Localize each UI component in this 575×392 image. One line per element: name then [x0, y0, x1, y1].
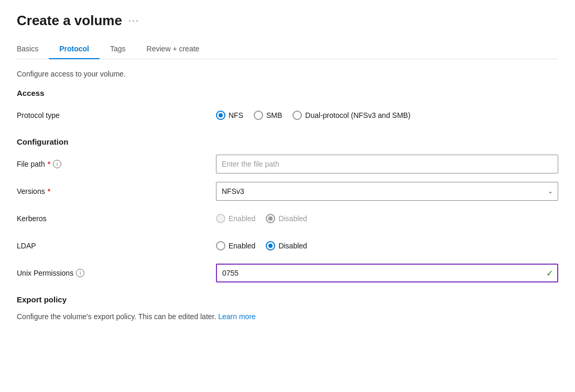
page-description: Configure access to your volume.: [17, 70, 558, 78]
versions-label: Versions *: [17, 187, 216, 195]
protocol-dual-option[interactable]: Dual-protocol (NFSv3 and SMB): [292, 111, 410, 120]
versions-row: Versions * NFSv3 NFSv4.1 ⌄: [17, 182, 558, 201]
ldap-enabled-radio[interactable]: [216, 241, 225, 251]
protocol-dual-label: Dual-protocol (NFSv3 and SMB): [305, 111, 410, 119]
export-policy-description: Configure the volume's export policy. Th…: [17, 312, 558, 321]
learn-more-link[interactable]: Learn more: [218, 312, 256, 321]
ldap-disabled-label: Disabled: [278, 242, 307, 250]
kerberos-enabled-radio: [216, 214, 225, 223]
unix-permissions-info-icon[interactable]: i: [76, 269, 84, 277]
export-policy-title: Export policy: [17, 295, 558, 304]
unix-permissions-wrapper: ✓: [216, 264, 558, 282]
unix-permissions-control: ✓: [216, 264, 558, 282]
ldap-enabled-option[interactable]: Enabled: [216, 241, 255, 251]
access-section: Access Protocol type NFS SMB Dual-protoc…: [17, 89, 558, 125]
versions-select[interactable]: NFSv3 NFSv4.1: [216, 182, 558, 201]
kerberos-radio-group: Enabled Disabled: [216, 214, 558, 223]
ldap-control: Enabled Disabled: [216, 241, 558, 251]
kerberos-label: Kerberos: [17, 214, 216, 223]
unix-permissions-check-icon: ✓: [546, 268, 553, 278]
kerberos-enabled-option: Enabled: [216, 214, 255, 223]
unix-permissions-row: Unix Permissions i ✓: [17, 264, 558, 282]
protocol-type-radio-group: NFS SMB Dual-protocol (NFSv3 and SMB): [216, 111, 558, 120]
file-path-info-icon[interactable]: i: [53, 160, 61, 168]
protocol-type-label: Protocol type: [17, 111, 216, 119]
access-section-title: Access: [17, 89, 558, 97]
configuration-section: Configuration File path * i Versions * N…: [17, 137, 558, 282]
unix-permissions-input[interactable]: [216, 264, 558, 282]
kerberos-disabled-label: Disabled: [278, 214, 307, 223]
versions-select-wrapper: NFSv3 NFSv4.1 ⌄: [216, 182, 558, 201]
more-options-button[interactable]: ···: [128, 15, 139, 26]
tab-basics[interactable]: Basics: [17, 39, 49, 59]
protocol-nfs-label: NFS: [229, 111, 243, 119]
kerberos-row: Kerberos Enabled Disabled: [17, 209, 558, 228]
protocol-dual-radio[interactable]: [292, 111, 302, 120]
versions-control: NFSv3 NFSv4.1 ⌄: [216, 182, 558, 201]
protocol-smb-radio[interactable]: [254, 111, 263, 120]
kerberos-enabled-label: Enabled: [229, 214, 255, 223]
kerberos-control: Enabled Disabled: [216, 214, 558, 223]
protocol-nfs-option[interactable]: NFS: [216, 111, 243, 120]
ldap-disabled-option[interactable]: Disabled: [266, 241, 307, 251]
export-policy-section: Export policy Configure the volume's exp…: [17, 295, 558, 321]
tab-review-create[interactable]: Review + create: [136, 39, 210, 59]
protocol-smb-option[interactable]: SMB: [254, 111, 282, 120]
configuration-section-title: Configuration: [17, 137, 558, 146]
ldap-radio-group: Enabled Disabled: [216, 241, 558, 251]
file-path-input[interactable]: [216, 155, 558, 173]
ldap-disabled-radio[interactable]: [266, 241, 275, 251]
kerberos-disabled-option: Disabled: [266, 214, 307, 223]
protocol-type-control: NFS SMB Dual-protocol (NFSv3 and SMB): [216, 111, 558, 120]
ldap-row: LDAP Enabled Disabled: [17, 236, 558, 255]
protocol-smb-label: SMB: [266, 111, 282, 119]
file-path-required: *: [48, 160, 50, 168]
page-title: Create a volume: [17, 13, 122, 29]
unix-permissions-label: Unix Permissions i: [17, 269, 216, 277]
protocol-nfs-radio[interactable]: [216, 111, 225, 120]
file-path-label: File path * i: [17, 160, 216, 168]
protocol-type-row: Protocol type NFS SMB Dual-protocol (NFS…: [17, 106, 558, 125]
tab-bar: Basics Protocol Tags Review + create: [17, 39, 558, 59]
ldap-enabled-label: Enabled: [229, 242, 255, 250]
file-path-control: [216, 155, 558, 173]
ldap-label: LDAP: [17, 242, 216, 250]
tab-tags[interactable]: Tags: [100, 39, 136, 59]
tab-protocol[interactable]: Protocol: [49, 39, 100, 59]
file-path-row: File path * i: [17, 155, 558, 173]
versions-required: *: [48, 187, 50, 195]
kerberos-disabled-radio: [266, 214, 275, 223]
